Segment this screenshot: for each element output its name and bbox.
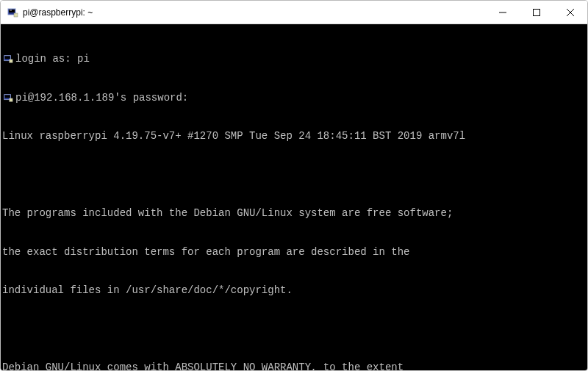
svg-rect-10 [10,60,12,62]
terminal-line: pi@192.168.1.189's password: [2,92,586,105]
blank-line [2,323,586,336]
window-controls [486,1,587,24]
kernel-info: Linux raspberrypi 4.19.75-v7+ #1270 SMP … [2,130,586,143]
motd-line: The programs included with the Debian GN… [2,207,586,220]
minimize-button[interactable] [486,1,520,24]
blank-line [2,169,586,182]
maximize-button[interactable] [520,1,553,24]
login-prompt: login as: pi [15,53,90,66]
svg-rect-1 [9,10,15,12]
terminal-line: login as: pi [2,53,586,66]
terminal-area[interactable]: login as: pi pi@192.168.1.189's password… [1,24,587,370]
svg-rect-13 [10,98,12,101]
putty-prompt-icon [2,92,14,104]
putty-icon [7,7,18,18]
warranty-line: Debian GNU/Linux comes with ABSOLUTELY N… [2,361,586,370]
motd-line: the exact distribution terms for each pr… [2,246,586,259]
motd-line: individual files in /usr/share/doc/*/cop… [2,284,586,298]
svg-rect-5 [534,9,540,15]
titlebar[interactable]: pi@raspberrypi: ~ [1,1,587,24]
close-button[interactable] [553,1,587,24]
svg-rect-9 [5,57,10,60]
svg-rect-2 [14,13,18,17]
window-title: pi@raspberrypi: ~ [23,7,486,18]
svg-rect-12 [5,95,10,98]
putty-prompt-icon [2,53,14,65]
password-prompt: pi@192.168.1.189's password: [15,92,188,105]
window-frame: pi@raspberrypi: ~ login as: pi [0,0,588,371]
